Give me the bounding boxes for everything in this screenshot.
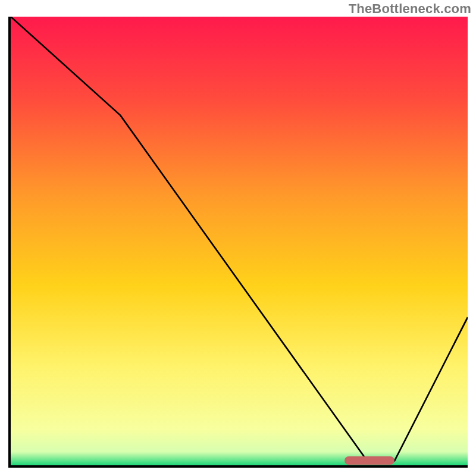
watermark-text: TheBottleneck.com <box>349 1 471 17</box>
plot-area <box>8 17 468 468</box>
bottleneck-curve <box>11 17 468 465</box>
optimal-range-marker <box>345 456 394 465</box>
chart-frame: TheBottleneck.com <box>0 0 476 476</box>
